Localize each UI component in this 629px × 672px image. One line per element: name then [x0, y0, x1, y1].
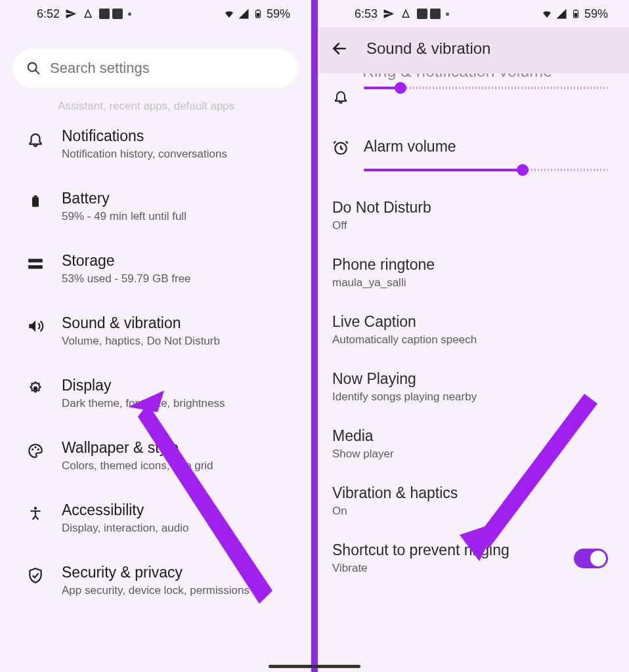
ring-volume-slider[interactable] — [318, 83, 629, 121]
status-bar: 6:52 59% — [0, 0, 311, 28]
sound-title: Do Not Disturb — [332, 199, 608, 217]
svg-rect-6 — [34, 196, 37, 198]
setting-sub: Colors, themed icons, app grid — [62, 459, 293, 472]
svg-rect-2 — [257, 13, 260, 17]
setting-sub: Volume, haptics, Do Not Disturb — [62, 335, 293, 348]
battery-item-icon — [26, 192, 45, 211]
send-icon — [65, 8, 77, 20]
wifi-icon — [223, 8, 235, 20]
search-input[interactable] — [50, 60, 285, 77]
sound-title: Phone ringtone — [332, 256, 608, 274]
brightness-icon — [26, 379, 45, 398]
search-icon — [26, 61, 41, 75]
slider-track[interactable] — [364, 87, 608, 89]
setting-title: Display — [62, 377, 293, 394]
setting-sub: Dark theme, font size, brightness — [62, 397, 293, 410]
settings-list[interactable]: Assistant, recent apps, default apps Not… — [0, 96, 311, 672]
svg-point-11 — [34, 446, 36, 448]
setting-sub: 53% used - 59.79 GB free — [62, 272, 293, 285]
bell-icon — [332, 88, 349, 105]
battery-icon — [252, 8, 264, 20]
sound-live-caption[interactable]: Live Caption Automatically caption speec… — [318, 301, 629, 358]
accessibility-icon — [26, 504, 45, 522]
settings-partial-sub: Assistant, recent apps, default apps — [0, 100, 311, 113]
app-icon — [400, 8, 412, 20]
sound-sub: maula_ya_salli — [332, 276, 608, 289]
svg-rect-8 — [28, 265, 43, 268]
setting-title: Storage — [62, 252, 293, 270]
sound-media[interactable]: Media Show player — [318, 415, 629, 472]
svg-line-4 — [35, 70, 39, 74]
svg-rect-5 — [32, 197, 39, 207]
volume-icon — [26, 317, 45, 335]
page-title: Sound & vibration — [366, 39, 490, 58]
status-time: 6:53 — [355, 7, 378, 21]
setting-security-privacy[interactable]: Security & privacy App security, device … — [0, 549, 311, 612]
status-time: 6:52 — [37, 7, 60, 21]
bell-icon — [26, 130, 45, 148]
wifi-icon — [541, 8, 553, 20]
app-icon — [82, 8, 94, 20]
svg-point-13 — [34, 507, 37, 509]
palette-icon — [26, 442, 45, 460]
setting-battery[interactable]: Battery 59% - 49 min left until full — [0, 175, 311, 238]
setting-title: Accessibility — [62, 501, 293, 519]
partial-slider-title: Ring & notification volume — [318, 74, 629, 81]
setting-sub: Notification history, conversations — [62, 148, 293, 161]
setting-sound-vibration[interactable]: Sound & vibration Volume, haptics, Do No… — [0, 300, 311, 362]
sound-do-not-disturb[interactable]: Do Not Disturb Off — [318, 187, 629, 244]
sound-title: Shortcut to prevent ringing — [332, 541, 574, 559]
setting-display[interactable]: Display Dark theme, font size, brightnes… — [0, 362, 311, 425]
setting-title: Security & privacy — [62, 564, 293, 581]
signal-icon — [238, 8, 249, 20]
setting-wallpaper-style[interactable]: Wallpaper & style Colors, themed icons, … — [0, 425, 311, 487]
setting-storage[interactable]: Storage 53% used - 59.79 GB free — [0, 238, 311, 300]
svg-point-12 — [37, 448, 39, 450]
setting-sub: App security, device lock, permissions — [62, 584, 293, 597]
battery-percent: 59% — [584, 7, 608, 21]
sound-sub: Off — [332, 219, 608, 232]
setting-notifications[interactable]: Notifications Notification history, conv… — [0, 113, 311, 175]
settings-screen: 6:52 59% Assistant, recent apps, default… — [0, 0, 314, 672]
send-icon — [383, 8, 395, 20]
sound-settings-list[interactable]: Ring & notification volume Alarm volume — [318, 74, 629, 672]
sound-title: Now Playing — [332, 370, 608, 388]
sound-sub: Show player — [332, 448, 608, 461]
alarm-volume-slider[interactable]: Alarm volume — [318, 121, 629, 187]
battery-icon — [570, 8, 582, 20]
sound-sub: Vibrate — [332, 562, 574, 575]
slider-label: Alarm volume — [364, 138, 608, 156]
svg-point-10 — [32, 448, 33, 450]
sound-vibration-screen: 6:53 59% Sound & vibration Ring & notifi… — [314, 0, 629, 672]
setting-title: Wallpaper & style — [62, 439, 293, 457]
status-apps — [99, 9, 123, 19]
setting-sub: 59% - 49 min left until full — [62, 210, 293, 223]
signal-icon — [555, 8, 567, 20]
status-dot — [128, 12, 131, 16]
battery-percent: 59% — [267, 7, 290, 21]
sound-now-playing[interactable]: Now Playing Identify songs playing nearb… — [318, 358, 629, 415]
alarm-icon — [332, 139, 349, 156]
status-bar: 6:53 59% — [318, 0, 629, 28]
sound-phone-ringtone[interactable]: Phone ringtone maula_ya_salli — [318, 244, 629, 301]
svg-rect-7 — [28, 259, 43, 262]
sound-title: Live Caption — [332, 313, 608, 331]
status-dot — [446, 12, 449, 16]
sound-vibration-haptics[interactable]: Vibration & haptics On — [318, 472, 629, 530]
sound-shortcut-prevent-ringing[interactable]: Shortcut to prevent ringing Vibrate — [318, 530, 629, 587]
slider-track[interactable] — [364, 169, 608, 171]
search-settings[interactable] — [13, 49, 298, 88]
shield-icon — [26, 566, 45, 585]
back-button[interactable] — [331, 40, 348, 57]
svg-rect-16 — [575, 13, 578, 17]
svg-point-9 — [33, 387, 38, 391]
setting-title: Battery — [62, 190, 293, 207]
status-apps — [417, 9, 441, 19]
sound-sub: Automatically caption speech — [332, 333, 608, 346]
setting-sub: Display, interaction, audio — [62, 522, 293, 535]
svg-rect-15 — [575, 10, 577, 11]
nav-pill[interactable] — [314, 665, 360, 668]
toggle-switch[interactable] — [574, 549, 608, 568]
sound-sub: On — [332, 505, 608, 518]
setting-accessibility[interactable]: Accessibility Display, interaction, audi… — [0, 487, 311, 549]
